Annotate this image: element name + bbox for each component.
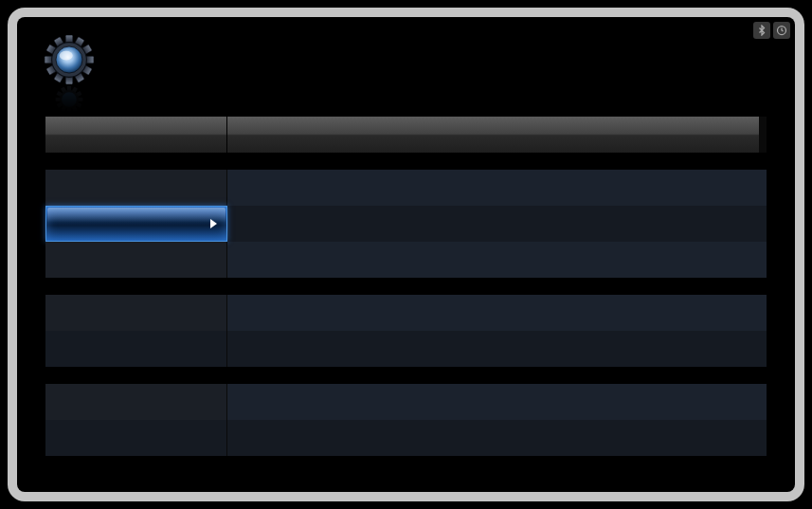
table-row[interactable] <box>45 242 767 278</box>
row-value[interactable] <box>227 170 767 206</box>
spacer <box>45 153 767 170</box>
clock-icon[interactable] <box>773 22 790 39</box>
svg-rect-19 <box>79 98 83 101</box>
table-row[interactable] <box>45 295 767 331</box>
row-label[interactable] <box>45 420 227 456</box>
row-label[interactable] <box>45 295 227 331</box>
table-row[interactable] <box>45 420 767 456</box>
row-label[interactable] <box>45 242 227 278</box>
row-label[interactable] <box>45 384 227 420</box>
chevron-right-icon <box>210 219 217 228</box>
settings-table <box>45 117 767 492</box>
table-header <box>45 117 767 153</box>
scrollbar-track[interactable] <box>759 117 767 153</box>
row-value[interactable] <box>227 384 767 420</box>
spacer <box>45 278 767 295</box>
table-row[interactable] <box>45 384 767 420</box>
svg-point-29 <box>62 92 77 107</box>
svg-rect-22 <box>67 86 71 91</box>
svg-rect-25 <box>56 98 61 101</box>
table-header-right <box>227 117 759 153</box>
table-header-left <box>45 117 227 153</box>
app-logo <box>44 34 95 85</box>
svg-rect-16 <box>67 109 71 114</box>
table-row[interactable] <box>45 206 767 242</box>
row-label[interactable] <box>45 170 227 206</box>
app-viewport <box>17 17 795 492</box>
row-value[interactable] <box>227 295 767 331</box>
status-toolbar <box>753 22 790 39</box>
app-logo-reflection <box>44 85 95 114</box>
window-frame <box>8 8 804 501</box>
table-row[interactable] <box>45 170 767 206</box>
row-value[interactable] <box>227 331 767 367</box>
row-label[interactable] <box>45 331 227 367</box>
bluetooth-icon[interactable] <box>753 22 770 39</box>
svg-point-14 <box>56 46 82 73</box>
row-label-selected[interactable] <box>45 206 227 242</box>
table-row[interactable] <box>45 331 767 367</box>
spacer <box>45 367 767 384</box>
row-value[interactable] <box>227 242 767 278</box>
svg-point-15 <box>60 51 73 61</box>
row-value[interactable] <box>227 420 767 456</box>
row-value[interactable] <box>227 206 767 242</box>
